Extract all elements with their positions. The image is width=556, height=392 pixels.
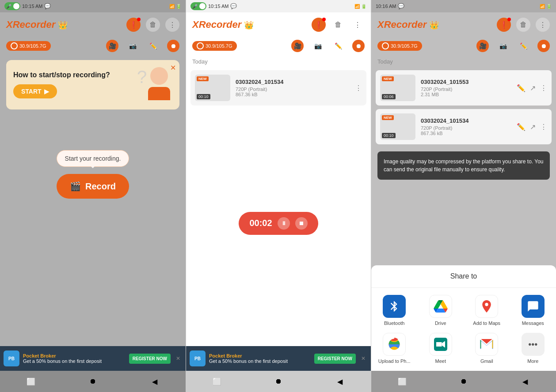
battery-icon-right: 🔋	[546, 4, 552, 9]
recents-btn-middle[interactable]: ⏺	[273, 376, 284, 387]
edit-toolbar-icon-middle[interactable]: ✏️	[332, 40, 344, 52]
mic-toggle[interactable]	[4, 2, 20, 10]
home-btn-right[interactable]: ⬜	[397, 376, 407, 387]
video-card-middle[interactable]: NEW 00:10 03032024_101534 720P (Portrait…	[190, 70, 366, 106]
edit-toolbar-icon-left[interactable]: ✏️	[147, 40, 159, 52]
record-btn-label: Record	[85, 181, 116, 192]
register-btn-left[interactable]: REGISTER NOW	[129, 354, 171, 364]
share-item-gmail[interactable]: Gmail	[467, 333, 506, 364]
camera-toolbar-icon-middle[interactable]: 📷	[312, 40, 324, 52]
illustration: ?	[137, 67, 172, 102]
delete-btn-middle[interactable]: 🗑	[331, 18, 345, 32]
video-info-right-0: 03032024_101553 720P (Portrait) 2.31 MB	[421, 79, 511, 97]
home-btn-left[interactable]: ⬜	[26, 376, 36, 387]
video-info-middle: 03032024_101534 720P (Portrait) 867.36 k…	[236, 79, 350, 97]
share-item-meet[interactable]: Meet	[421, 333, 461, 364]
header-icons-middle: ❗ 🗑 ⋮	[312, 18, 365, 32]
play-icon: ▶	[44, 88, 49, 95]
video-toolbar-icon-middle[interactable]: 🎥	[291, 40, 304, 52]
delete-btn-right[interactable]: 🗑	[516, 18, 530, 32]
delete-btn-left[interactable]: 🗑	[146, 18, 160, 32]
share-item-drive[interactable]: Drive	[421, 295, 461, 326]
alert-btn-left[interactable]: ❗	[126, 18, 141, 32]
ad-banner-middle: PB Pocket Broker Get a 50% bonus on the …	[186, 346, 371, 371]
record-toolbar-icon-right[interactable]: ⏺	[537, 40, 550, 52]
share-item-messages[interactable]: Messages	[514, 295, 553, 326]
ad-close-middle[interactable]: ✕	[359, 354, 367, 363]
battery-icon-middle: 🔋	[361, 4, 366, 9]
ad-text-middle: Pocket Broker Get a 50% bonus on the fir…	[209, 353, 311, 364]
share-item-bluetooth[interactable]: Bluetooth	[375, 295, 414, 326]
right-panel: 10:16 AM 💬 📶 🔋 XRecorder 👑 ❗ 🗑 ⋮ 30.9/10…	[371, 0, 556, 392]
edit-video-btn-right-1[interactable]: ✏️	[517, 123, 526, 131]
video-thumbnail-right-0: NEW 00:06	[380, 75, 415, 101]
storage-label-middle: 30.9/105.7G	[206, 43, 232, 49]
video-title-right-1: 03032024_101534	[421, 117, 511, 124]
edit-toolbar-icon-right[interactable]: ✏️	[517, 40, 529, 52]
ad-logo-middle: PB	[190, 351, 206, 366]
alert-btn-right[interactable]: ❗	[497, 18, 511, 32]
more-btn-right[interactable]: ⋮	[536, 18, 550, 32]
share-item-maps[interactable]: Add to Maps	[467, 295, 506, 326]
share-item-photos[interactable]: Upload to Ph...	[375, 333, 414, 364]
recents-btn-left[interactable]: ⏺	[88, 376, 98, 387]
register-btn-middle[interactable]: REGISTER NOW	[314, 354, 356, 364]
camera-toolbar-icon-right[interactable]: 📷	[497, 40, 509, 52]
ad-brand-left: Pocket Broker	[23, 353, 126, 358]
left-panel: 10:15 AM 💬 📶 🔋 XRecorder 👑 ❗ 🗑 ⋮ 30.9/10…	[0, 0, 186, 392]
edit-video-btn-right-0[interactable]: ✏️	[517, 84, 526, 92]
question-mark: ?	[137, 67, 147, 87]
back-btn-middle[interactable]: ◀	[335, 376, 345, 387]
share-sheet-title: Share to	[371, 265, 556, 288]
video-toolbar-icon-right[interactable]: 🎥	[476, 40, 489, 52]
share-label-messages: Messages	[522, 320, 544, 326]
more-video-btn-right-1[interactable]: ⋮	[540, 123, 547, 131]
drive-icon	[429, 295, 452, 318]
app-title-left: XRecorder 👑	[6, 19, 68, 30]
new-badge-middle: NEW	[197, 76, 209, 81]
storage-label-right: 30.9/105.7G	[391, 43, 418, 49]
person-body	[148, 87, 170, 100]
record-btn-icon: 🎬	[70, 181, 81, 192]
share-video-btn-right-0[interactable]: ↗	[530, 84, 536, 92]
android-nav-middle: ⬜ ⏺ ◀	[186, 371, 371, 392]
today-label-middle: Today	[186, 55, 371, 68]
more-video-btn-middle[interactable]: ⋮	[355, 84, 362, 92]
recents-btn-right[interactable]: ⏺	[458, 376, 469, 387]
start-btn[interactable]: START ▶	[13, 84, 57, 98]
more-share-icon: •••	[522, 333, 545, 356]
bluetooth-icon	[383, 295, 406, 318]
whatsapp-icon-middle: 💬	[230, 3, 237, 9]
camera-toolbar-icon-left[interactable]: 📷	[126, 40, 139, 52]
alert-btn-middle[interactable]: ❗	[312, 18, 326, 32]
pause-btn[interactable]: ⏸	[278, 217, 290, 230]
close-card-btn[interactable]: ✕	[170, 64, 176, 72]
back-btn-right[interactable]: ◀	[520, 376, 530, 387]
more-video-btn-right-0[interactable]: ⋮	[540, 84, 547, 92]
share-label-more: More	[527, 358, 538, 364]
video-card-right-1[interactable]: NEW 00:10 03032024_101534 720P (Portrait…	[376, 109, 552, 144]
record-toolbar-icon-left[interactable]: ⏺	[167, 40, 179, 52]
status-bar-left: 10:15 AM 💬 📶 🔋	[0, 0, 186, 12]
storage-badge-right: 30.9/105.7G	[377, 41, 422, 51]
record-btn[interactable]: 🎬 Record	[57, 174, 129, 199]
status-bar-middle-left: 10:15 AM 💬	[190, 2, 237, 10]
home-btn-middle[interactable]: ⬜	[212, 376, 222, 387]
video-size-right-1: 867.36 kB	[421, 131, 511, 136]
more-btn-middle[interactable]: ⋮	[350, 18, 365, 32]
share-video-btn-right-1[interactable]: ↗	[530, 123, 536, 131]
back-btn-left[interactable]: ◀	[149, 376, 160, 387]
mic-toggle-middle[interactable]	[190, 2, 206, 10]
storage-row-left: 30.9/105.7G 🎥 📷 ✏️ ⏺	[0, 37, 186, 55]
stop-btn[interactable]: ⏹	[295, 217, 308, 230]
ad-close-left[interactable]: ✕	[174, 354, 182, 363]
status-bar-right-left: 10:16 AM 💬	[376, 3, 404, 9]
video-duration-middle: 00:10	[197, 94, 210, 99]
share-item-more[interactable]: ••• More	[514, 333, 553, 364]
more-btn-left[interactable]: ⋮	[165, 18, 179, 32]
video-toolbar-icon-left[interactable]: 🎥	[106, 40, 118, 52]
video-card-right-0[interactable]: NEW 00:06 03032024_101553 720P (Portrait…	[376, 70, 552, 106]
battery-icon: 🔋	[176, 4, 181, 9]
record-toolbar-icon-middle[interactable]: ⏺	[352, 40, 365, 52]
video-resolution-right-1: 720P (Portrait)	[421, 125, 511, 131]
